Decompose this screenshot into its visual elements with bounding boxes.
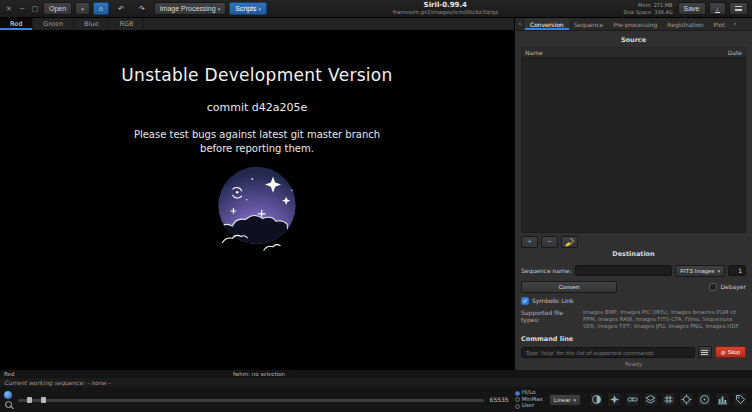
hamburger-icon bbox=[735, 6, 742, 11]
tab-conversion[interactable]: Conversion bbox=[525, 18, 569, 30]
radio-button[interactable] bbox=[515, 391, 520, 396]
debayer-checkbox[interactable] bbox=[709, 283, 717, 291]
symbolic-link-checkbox[interactable]: ✓ bbox=[521, 297, 529, 305]
zoom-icon[interactable] bbox=[5, 401, 12, 408]
image-processing-button[interactable]: Image Processing ▾ bbox=[154, 2, 227, 15]
info-statusbar: Red fwhm: no selection bbox=[0, 370, 752, 378]
chevron-down-icon: ▾ bbox=[218, 6, 221, 12]
app-title: Siril-0.99.4 bbox=[270, 1, 620, 9]
debayer-option[interactable]: Debayer bbox=[709, 283, 746, 291]
tab-rgb[interactable]: RGB bbox=[109, 18, 144, 30]
crosshair-icon[interactable] bbox=[679, 392, 694, 407]
convert-button[interactable]: Convert bbox=[521, 281, 617, 293]
photometry-icon[interactable] bbox=[697, 392, 712, 407]
channel-tabs: Red Green Blue RGB bbox=[0, 18, 514, 31]
undo-button[interactable]: ↶ bbox=[112, 2, 130, 15]
display-mode-select[interactable]: Linear ▾ bbox=[549, 394, 581, 406]
menu-button[interactable] bbox=[729, 2, 748, 15]
star-detection-icon[interactable] bbox=[607, 392, 622, 407]
close-icon[interactable]: ✕ bbox=[4, 4, 14, 14]
conversion-tab-content: Source Name Date + − Destination Sequenc… bbox=[515, 31, 752, 370]
command-line-row: ⊘ Stop bbox=[521, 346, 746, 358]
slider-track[interactable] bbox=[18, 399, 484, 402]
sequence-name-row: Sequence name: FITS Images ▾ bbox=[521, 265, 746, 277]
layers-icon[interactable] bbox=[643, 392, 658, 407]
source-toolbar: + − bbox=[521, 236, 746, 248]
broom-icon bbox=[564, 237, 575, 247]
tab-preprocessing[interactable]: Pre-processing bbox=[608, 18, 662, 30]
clear-list-button[interactable] bbox=[561, 236, 578, 248]
contrast-icon[interactable] bbox=[589, 392, 604, 407]
source-section-title: Source bbox=[521, 36, 746, 44]
save-button[interactable]: Save bbox=[678, 2, 706, 15]
image-canvas[interactable]: Unstable Development Version commit d42a… bbox=[0, 31, 514, 370]
low-cutoff-handle[interactable] bbox=[27, 397, 32, 403]
tab-registration[interactable]: Registration bbox=[662, 18, 708, 30]
disk-status: Disk Space: 336.4G bbox=[624, 9, 673, 15]
display-tools bbox=[589, 392, 748, 407]
open-button[interactable]: Open bbox=[43, 2, 72, 15]
radio-hilo[interactable]: Hi/Lo bbox=[515, 390, 543, 396]
save-as-button[interactable]: ↓ bbox=[709, 2, 727, 15]
save-as-icon: ↓ bbox=[715, 5, 721, 13]
tab-blue[interactable]: Blue bbox=[74, 18, 109, 30]
preview-sphere-icon[interactable] bbox=[4, 391, 12, 399]
column-name[interactable]: Name bbox=[525, 49, 543, 56]
maximize-icon[interactable]: ▢ bbox=[30, 4, 40, 14]
supported-types-text: Images BMP, Images PIC (IRIS), Images bi… bbox=[583, 309, 746, 330]
source-file-list[interactable] bbox=[521, 57, 746, 233]
minimize-icon[interactable]: − bbox=[17, 4, 27, 14]
processing-panel: ‹ Conversion Sequence Pre-processing Reg… bbox=[514, 18, 752, 370]
tabs-scroll-left-icon[interactable]: ‹ bbox=[515, 18, 525, 30]
radio-user[interactable]: User bbox=[515, 403, 543, 409]
supported-types-label: Supported file types: bbox=[521, 309, 579, 323]
siril-window: ✕ − ▢ Open ▾ ⌂ ↶ ↷ Image Processing ▾ Sc… bbox=[0, 0, 752, 412]
histogram-icon[interactable] bbox=[715, 392, 730, 407]
siril-logo bbox=[205, 162, 309, 260]
tab-green[interactable]: Green bbox=[33, 18, 74, 30]
tab-red[interactable]: Red bbox=[0, 18, 33, 30]
radio-button[interactable] bbox=[515, 404, 520, 409]
panel-tabs: ‹ Conversion Sequence Pre-processing Reg… bbox=[515, 18, 752, 31]
destination-section-title: Destination bbox=[521, 250, 746, 258]
commit-hash: commit d42a205e bbox=[207, 101, 308, 114]
chain-channels-icon[interactable] bbox=[625, 392, 640, 407]
source-list-header: Name Date bbox=[521, 47, 746, 57]
debayer-label: Debayer bbox=[720, 283, 746, 290]
high-cutoff-value[interactable]: 65535 bbox=[490, 396, 509, 403]
tab-plot[interactable]: Plot bbox=[708, 18, 729, 30]
home-button[interactable]: ⌂ bbox=[93, 2, 109, 15]
column-date[interactable]: Date bbox=[728, 49, 742, 56]
tabs-scroll-right-icon[interactable]: › bbox=[730, 18, 740, 30]
scripts-button[interactable]: Scripts ▾ bbox=[229, 2, 267, 15]
symbolic-link-label: Symbolic Link bbox=[532, 297, 574, 304]
start-index-spinner[interactable] bbox=[728, 265, 746, 276]
working-directory: frames/m.pr2/images/icm/0kc8z3lz/qz bbox=[270, 9, 620, 16]
command-input[interactable] bbox=[521, 347, 695, 358]
output-format-select[interactable]: FITS Images ▾ bbox=[675, 265, 725, 277]
titlebar: ✕ − ▢ Open ▾ ⌂ ↶ ↷ Image Processing ▾ Sc… bbox=[0, 0, 752, 18]
open-dropdown-button[interactable]: ▾ bbox=[75, 2, 90, 15]
radio-button[interactable] bbox=[515, 397, 520, 402]
stop-button[interactable]: ⊘ Stop bbox=[715, 346, 746, 358]
redo-button[interactable]: ↷ bbox=[133, 2, 151, 15]
chevron-down-icon: ▾ bbox=[259, 6, 262, 12]
high-cutoff-handle[interactable] bbox=[41, 397, 46, 403]
annotation-icon[interactable] bbox=[733, 392, 748, 407]
symlink-row: ✓ Symbolic Link bbox=[521, 297, 746, 305]
remove-files-button[interactable]: − bbox=[541, 236, 558, 248]
sequence-name-label: Sequence name: bbox=[521, 267, 572, 274]
add-files-button[interactable]: + bbox=[521, 236, 538, 248]
command-history-button[interactable] bbox=[698, 346, 712, 358]
convert-row: Convert Debayer bbox=[521, 281, 746, 293]
cutoff-slider[interactable] bbox=[18, 395, 484, 405]
stop-icon: ⊘ bbox=[721, 349, 726, 356]
tab-sequence[interactable]: Sequence bbox=[569, 18, 609, 30]
sequence-name-input[interactable] bbox=[575, 265, 673, 276]
fwhm-status: fwhm: no selection bbox=[233, 371, 285, 377]
redo-icon: ↷ bbox=[139, 5, 145, 13]
window-title: Siril-0.99.4 frames/m.pr2/images/icm/0kc… bbox=[270, 1, 620, 16]
panel-status-text: Ready bbox=[521, 361, 746, 367]
grid-icon[interactable] bbox=[661, 392, 676, 407]
scale-mode-radios: Hi/Lo MinMax User bbox=[515, 390, 543, 409]
